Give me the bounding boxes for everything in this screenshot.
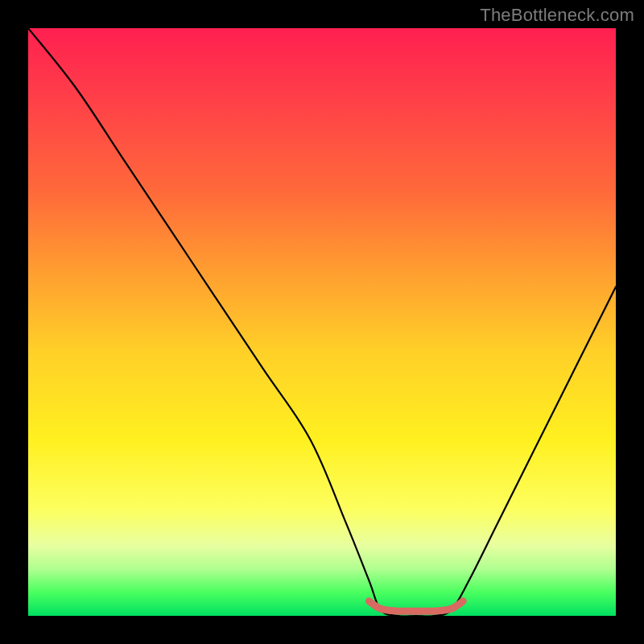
chart-frame: TheBottleneck.com: [0, 0, 644, 644]
curve-layer: [28, 28, 616, 616]
flat-bottom-highlight: [369, 601, 463, 612]
bottleneck-curve: [28, 28, 616, 616]
plot-area: [28, 28, 616, 616]
watermark-text: TheBottleneck.com: [480, 5, 634, 26]
